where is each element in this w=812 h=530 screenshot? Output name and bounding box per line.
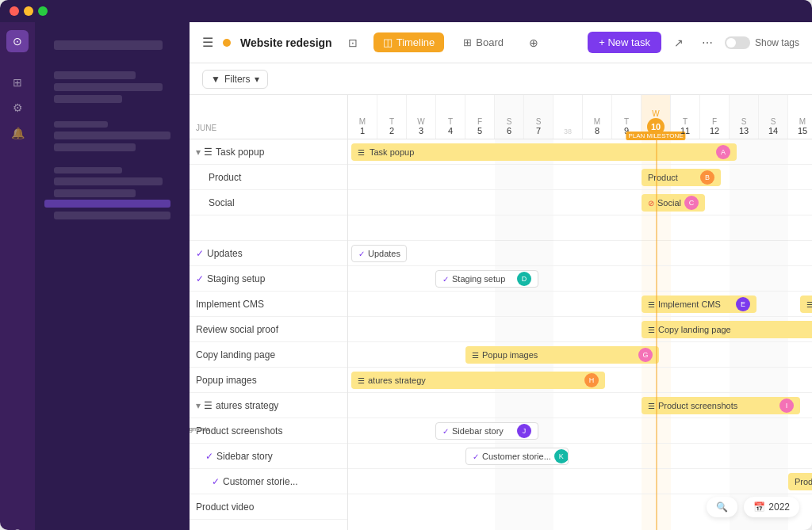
row-label-popup-images: Popup images <box>190 368 347 393</box>
show-tags-toggle[interactable]: Show tags <box>725 36 799 49</box>
cal-col-m8: M8 <box>583 95 612 139</box>
gantt-row-product-video[interactable]: Product video <box>348 469 812 494</box>
row-spacer-1 <box>190 215 347 241</box>
cal-col-m1: M1 <box>348 95 377 139</box>
minimize-btn[interactable] <box>24 6 33 16</box>
gantt-row-sidebar-story[interactable]: ✓ Sidebar story J <box>348 418 812 444</box>
bar-copy-landing[interactable]: ☰ Copy landing page <box>642 321 812 338</box>
row-label-updates: ✓ Updates <box>190 241 347 266</box>
bar-sidebar-story[interactable]: ✓ Sidebar story J <box>435 422 538 440</box>
cal-col-m15: M15 <box>788 95 812 139</box>
toolbar: ▼ Filters ▾ <box>190 63 812 95</box>
row-label-product: Product <box>190 165 347 190</box>
gantt-row-prod-screenshots[interactable]: ☰ Product screenshots I <box>348 393 812 418</box>
sidebar <box>35 22 190 530</box>
filter-icon: ▼ <box>211 74 220 85</box>
customize-icon[interactable]: ⊕ <box>523 32 545 54</box>
project-color-dot <box>223 39 231 47</box>
row-label-staging: ✓ Staging setup <box>190 266 347 292</box>
gantt-row-customer-stories[interactable]: ✓ Customer storie... K <box>348 444 812 469</box>
row-label-copy-landing: Copy landing page <box>190 342 347 368</box>
calendar-header: JUNE M1 T2 W3 T4 F5 S6 S7 38 M8 <box>190 95 812 139</box>
gantt-row-copy-landing[interactable]: ☰ Copy landing page <box>348 317 812 342</box>
row-label-customer-stories: ✓ Customer storie... <box>190 469 347 494</box>
avatar-sidebar-story: J <box>517 424 531 438</box>
bar-task-popup[interactable]: ☰ Task popup A <box>351 143 737 161</box>
search-bottom-btn[interactable]: 🔍 <box>707 497 737 517</box>
bar-prod-screenshots[interactable]: ☰ Product screenshots I <box>642 397 800 414</box>
row-label-features: Show Segments ▾ ☰ atures strategy <box>190 393 347 418</box>
bar-cms[interactable]: ☰ Implement CMS E <box>642 296 756 313</box>
avatar-customer-stories: K <box>554 449 569 463</box>
header: ☰ Website redesign ⊡ ◫ Timeline ⊞ Board … <box>190 22 812 63</box>
cal-col-t4: T4 <box>436 95 465 139</box>
search-bottom-icon: 🔍 <box>716 501 728 513</box>
gantt-bars: ☰ Task popup A Product B <box>348 139 812 530</box>
row-label-product-screenshots: Product screenshots <box>190 418 347 444</box>
bar-product[interactable]: Product B <box>642 169 721 186</box>
cal-col-t2: T2 <box>377 95 407 139</box>
gantt-row-cms[interactable]: ☰ Implement CMS E ☰ Review social proof … <box>348 292 812 317</box>
filter-chevron: ▾ <box>255 74 259 85</box>
help-icon[interactable]: ? <box>6 522 29 530</box>
bar-staging[interactable]: ✓ Staging setup D <box>435 270 538 288</box>
cal-col-w10: W 10 PLAN MILESTONE <box>642 95 671 139</box>
gantt-row-updates[interactable]: ✓ Updates <box>348 241 812 266</box>
gantt-row-social[interactable]: ⊘ Social C <box>348 190 812 215</box>
year-btn[interactable]: 📅 2022 <box>744 497 799 517</box>
toggle-switch[interactable] <box>725 36 750 49</box>
gantt-row-popup-images[interactable]: ☰ Popup images G <box>348 342 812 368</box>
avatar-popup-images: G <box>638 348 653 362</box>
segment-label: Show Segments <box>190 425 210 432</box>
label-col-header: JUNE <box>190 95 348 139</box>
notifications-icon[interactable]: 🔔 <box>6 122 29 144</box>
gantt-row-task-popup[interactable]: ☰ Task popup A <box>348 139 812 165</box>
tab-timeline[interactable]: ◫ Timeline <box>373 32 445 52</box>
home-icon[interactable]: ⊞ <box>6 71 29 93</box>
timeline-icon: ◫ <box>383 36 393 48</box>
row-label-task-popup: ▾ ☰ Task popup <box>190 139 347 165</box>
row-labels: ▾ ☰ Task popup Product Social <box>190 139 348 530</box>
main-content: ☰ Website redesign ⊡ ◫ Timeline ⊞ Board … <box>190 22 812 530</box>
cal-col-s14: S14 <box>759 95 788 139</box>
bar-popup-images[interactable]: ☰ Popup images G <box>465 346 659 364</box>
cal-col-s7: S7 <box>524 95 553 139</box>
maximize-btn[interactable] <box>38 6 48 16</box>
logo-icon: ⊙ <box>6 30 29 52</box>
menu-icon[interactable]: ☰ <box>202 35 213 50</box>
cal-col-s6: S6 <box>495 95 524 139</box>
titlebar <box>0 0 812 22</box>
cal-col-wk38: 38 <box>553 95 583 139</box>
bar-product-video[interactable]: Product video <box>788 473 812 490</box>
bar-features[interactable]: ☰ atures strategy H <box>351 372 605 389</box>
cal-col-t11: T11 <box>671 95 700 139</box>
filter-button[interactable]: ▼ Filters ▾ <box>202 70 268 89</box>
close-btn[interactable] <box>10 6 19 16</box>
icon-rail: ⊙ ⊞ ⚙ 🔔 ? <box>0 22 35 530</box>
board-icon: ⊞ <box>463 36 472 48</box>
row-spacer-2 <box>190 520 347 530</box>
cal-col-w3: W3 <box>407 95 436 139</box>
bar-social[interactable]: ⊘ Social C <box>642 194 705 212</box>
cal-col-s13: S13 <box>730 95 759 139</box>
new-task-button[interactable]: + New task <box>588 32 661 53</box>
avatar-product: B <box>700 170 714 185</box>
bar-review-social[interactable]: ☰ Review social proof F <box>800 296 812 313</box>
tab-board[interactable]: ⊞ Board <box>454 32 513 52</box>
more-options-icon[interactable]: ⋯ <box>696 32 718 54</box>
gantt-row-staging[interactable]: ✓ Staging setup D <box>348 266 812 292</box>
avatar-prod-screenshots: I <box>779 398 794 413</box>
avatar-features: H <box>584 373 599 387</box>
gantt-row-features[interactable]: ☰ atures strategy H <box>348 368 812 393</box>
share-icon[interactable]: ↗ <box>668 32 690 54</box>
cal-col-f5: F5 <box>465 95 495 139</box>
gantt-row-product[interactable]: Product B <box>348 165 812 190</box>
gantt-row-spacer1 <box>348 215 812 241</box>
row-label-cms: Implement CMS <box>190 292 347 317</box>
bar-customer-stories[interactable]: ✓ Customer storie... K <box>465 448 569 465</box>
month-label: JUNE <box>190 120 347 135</box>
settings-icon[interactable]: ⚙ <box>6 97 29 119</box>
project-settings-icon[interactable]: ⊡ <box>342 32 364 54</box>
header-right: + New task ↗ ⋯ Show tags <box>588 32 799 54</box>
bar-updates[interactable]: ✓ Updates <box>351 245 407 262</box>
